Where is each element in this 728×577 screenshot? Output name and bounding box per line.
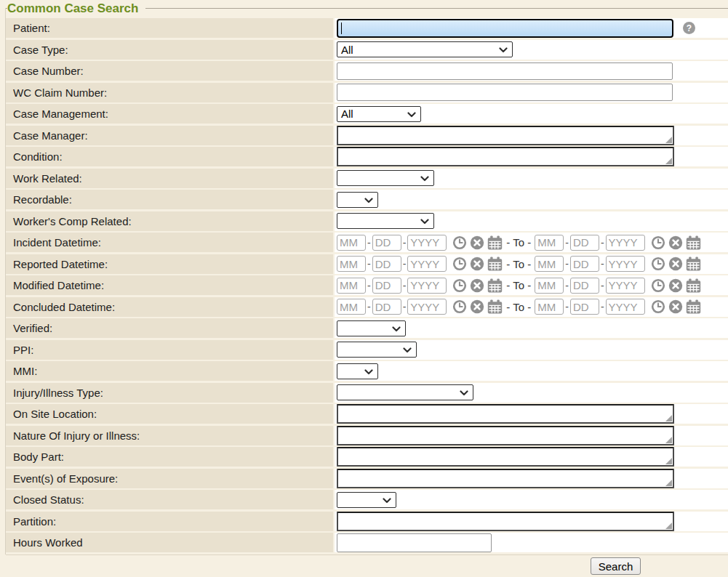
calendar-icon[interactable] [686,235,701,250]
from-day-input[interactable] [372,256,401,272]
resize-grip-icon[interactable] [665,480,672,486]
verified-select[interactable] [337,320,406,336]
field-label: Injury/Illness Type: [6,383,333,403]
from-year-input[interactable] [407,235,447,251]
clear-icon[interactable] [668,235,683,250]
chevron-down-icon [460,390,468,396]
clock-icon[interactable] [651,278,665,293]
clear-icon[interactable] [668,257,683,271]
calendar-icon[interactable] [686,278,701,293]
field-cell [335,61,728,81]
calendar-icon[interactable] [686,299,701,314]
hours-worked-input[interactable] [337,533,492,552]
on-site-location-textarea[interactable] [337,404,674,424]
clear-icon[interactable] [470,299,484,314]
field-label: Partition: [6,512,333,531]
closed-status-select[interactable] [337,492,396,508]
row-condition: Condition: [6,147,728,166]
to-month-input[interactable] [535,299,564,315]
from-month-input[interactable] [337,278,366,294]
from-year-input[interactable] [407,278,447,294]
clock-icon[interactable] [452,257,467,271]
row-patient: Patient: ? [6,18,728,38]
resize-grip-icon[interactable] [665,137,672,143]
chevron-down-icon [383,498,391,504]
field-cell [335,447,728,467]
clock-icon[interactable] [452,278,467,293]
field-label: Work Related: [6,169,333,188]
calendar-icon[interactable] [487,278,503,293]
field-cell [335,340,728,360]
from-day-input[interactable] [372,278,401,294]
to-month-input[interactable] [535,278,564,294]
clock-icon[interactable] [651,235,665,250]
field-cell [335,147,728,166]
patient-input[interactable] [338,20,672,36]
field-cell: All [335,104,728,124]
from-day-input[interactable] [372,235,401,251]
clear-icon[interactable] [668,278,683,293]
field-label: Incident Datetime: [6,233,333,252]
to-day-input[interactable] [570,235,599,251]
resize-grip-icon[interactable] [665,415,672,421]
calendar-icon[interactable] [686,257,701,271]
to-year-input[interactable] [606,299,645,315]
clear-icon[interactable] [470,257,484,271]
date-separator: - [403,301,407,312]
resize-grip-icon[interactable] [665,522,672,529]
to-year-input[interactable] [606,278,645,294]
clock-icon[interactable] [452,299,467,314]
field-cell [335,533,728,552]
to-day-input[interactable] [570,278,599,294]
to-year-input[interactable] [606,235,645,251]
case-number-input[interactable] [337,62,673,80]
partition-textarea[interactable] [337,512,674,531]
injury-illness-type-select[interactable] [337,384,473,400]
from-year-input[interactable] [407,256,447,272]
to-month-input[interactable] [535,235,564,251]
workers-comp-related-select[interactable] [337,213,434,229]
clock-icon[interactable] [452,235,467,250]
to-day-input[interactable] [570,299,599,315]
case-type-select[interactable]: All [337,41,513,57]
search-button[interactable]: Search [591,557,641,575]
clock-icon[interactable] [651,257,665,271]
nature-of-injury-textarea[interactable] [337,426,674,445]
body-part-textarea[interactable] [337,447,674,467]
calendar-icon[interactable] [487,299,503,314]
from-year-input[interactable] [407,299,447,315]
row-verified: Verified: [6,318,728,338]
row-ppi: PPI: [6,340,728,360]
calendar-icon[interactable] [487,235,503,250]
row-injury-illness-type: Injury/Illness Type: [6,383,728,403]
ppi-select[interactable] [337,342,417,358]
field-label: Case Type: [6,40,333,60]
clear-icon[interactable] [470,278,484,293]
clear-icon[interactable] [668,299,683,314]
to-day-input[interactable] [570,256,599,272]
condition-textarea[interactable] [337,147,674,166]
field-cell [335,318,728,338]
chevron-down-icon [403,347,412,353]
events-of-exposure-textarea[interactable] [337,469,674,488]
calendar-icon[interactable] [487,257,503,271]
help-icon[interactable]: ? [683,22,695,34]
wc-claim-number-input[interactable] [337,84,673,101]
case-manager-textarea[interactable] [337,126,674,145]
case-management-select[interactable]: All [337,106,421,122]
work-related-select[interactable] [337,170,434,186]
mmi-select[interactable] [337,363,378,379]
from-month-input[interactable] [337,256,366,272]
resize-grip-icon[interactable] [665,158,672,164]
clear-icon[interactable] [470,235,484,250]
to-year-input[interactable] [606,256,645,272]
clock-icon[interactable] [651,299,665,314]
from-month-input[interactable] [337,299,366,315]
from-day-input[interactable] [372,299,401,315]
from-month-input[interactable] [337,235,366,251]
to-month-input[interactable] [535,256,564,272]
recordable-select[interactable] [337,192,378,208]
resize-grip-icon[interactable] [665,437,672,443]
row-modified-datetime: Modified Datetime: --- To --- [6,275,728,295]
resize-grip-icon[interactable] [665,458,672,464]
